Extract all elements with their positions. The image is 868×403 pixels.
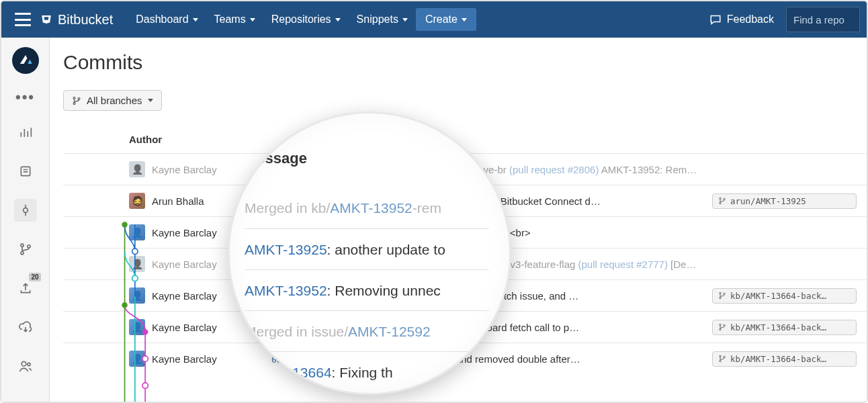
nav-repositories-label: Repositories <box>271 13 331 26</box>
branch-tag[interactable]: arun/AMKT-13925 <box>712 193 857 209</box>
nav-dashboard-label: Dashboard <box>136 13 188 26</box>
users-icon[interactable] <box>14 355 37 377</box>
author-name: Kayne Barclay <box>152 322 217 333</box>
author-name: Kayne Barclay <box>152 259 217 270</box>
author-name: Arun Bhalla <box>152 195 204 207</box>
svg-point-6 <box>27 363 30 365</box>
avatar <box>129 193 145 209</box>
nav-teams[interactable]: Teams <box>206 8 263 31</box>
chevron-down-icon <box>335 18 341 21</box>
nav-teams-label: Teams <box>214 13 246 26</box>
lens-row: Merged in issue/AMKT-12592 <box>245 310 489 351</box>
project-icon[interactable] <box>12 47 39 74</box>
avatar <box>129 224 145 240</box>
svg-point-20 <box>720 360 722 362</box>
svg-point-2 <box>20 244 23 247</box>
page-title: Commits <box>63 51 867 74</box>
svg-point-17 <box>720 328 722 330</box>
chevron-down-icon <box>193 18 198 21</box>
upload-icon[interactable]: 20 <box>14 277 37 300</box>
author-name: Kayne Barclay <box>152 164 217 175</box>
author-name: Kayne Barclay <box>152 290 217 302</box>
brand[interactable]: Bitbucket <box>40 12 113 28</box>
svg-point-1 <box>23 208 28 213</box>
svg-point-14 <box>720 297 722 299</box>
topbar: Bitbucket Dashboard Teams Repositories S… <box>1 1 867 38</box>
sidebar: ••• 20 <box>1 38 50 402</box>
svg-point-4 <box>27 245 30 248</box>
brand-label: Bitbucket <box>58 12 113 28</box>
svg-point-13 <box>720 292 722 294</box>
svg-point-9 <box>78 97 80 99</box>
branch-icon <box>72 96 81 105</box>
svg-point-15 <box>724 293 726 295</box>
feedback-button[interactable]: Feedback <box>709 13 774 26</box>
nav-repositories[interactable]: Repositories <box>263 8 349 31</box>
col-author: Author <box>129 134 271 145</box>
svg-point-21 <box>724 356 726 358</box>
feedback-label: Feedback <box>727 13 774 26</box>
lens-header: Message <box>245 150 489 167</box>
svg-point-11 <box>720 202 722 204</box>
branch-selector-label: All branches <box>87 95 142 106</box>
svg-point-16 <box>720 324 722 326</box>
lens-row: AMKT-13925: another update to <box>245 228 489 269</box>
svg-point-19 <box>720 355 722 357</box>
cloud-download-icon[interactable] <box>14 316 37 339</box>
chevron-down-icon <box>402 18 408 21</box>
author-name: Kayne Barclay <box>152 227 217 238</box>
search-input[interactable]: Find a repo <box>786 7 860 32</box>
chevron-down-icon <box>462 18 467 21</box>
commits-icon[interactable] <box>14 199 37 222</box>
lens-row: AMKT-13952: Removing unnec <box>245 269 489 310</box>
menu-icon[interactable] <box>15 13 31 26</box>
avatar <box>129 319 145 335</box>
author-name: Kayne Barclay <box>152 353 217 365</box>
lens-row: Merged in kb/AMKT-13952-rem <box>245 187 489 228</box>
nav-dashboard[interactable]: Dashboard <box>128 8 206 31</box>
branch-tag[interactable]: kb/AMKT-13664-back… <box>712 320 857 335</box>
branches-icon[interactable] <box>14 238 37 261</box>
more-icon[interactable]: ••• <box>15 90 35 105</box>
avatar <box>129 256 145 272</box>
source-icon[interactable] <box>14 160 37 183</box>
avatar <box>129 351 145 367</box>
nav-snippets-label: Snippets <box>357 13 398 26</box>
bitbucket-icon <box>40 13 52 26</box>
create-label: Create <box>425 13 458 26</box>
upload-badge: 20 <box>29 273 40 281</box>
chevron-down-icon <box>148 99 153 102</box>
nav-snippets[interactable]: Snippets <box>349 8 416 31</box>
svg-point-8 <box>73 102 75 104</box>
speech-bubble-icon <box>709 14 722 26</box>
chevron-down-icon <box>250 18 255 21</box>
svg-point-12 <box>724 198 726 200</box>
svg-point-5 <box>21 361 26 366</box>
branch-tag[interactable]: kb/AMKT-13664-back… <box>712 351 857 367</box>
stats-icon[interactable] <box>14 121 37 144</box>
branch-tag[interactable]: kb/AMKT-13664-back… <box>712 288 857 304</box>
avatar <box>129 287 145 304</box>
svg-point-10 <box>720 197 722 199</box>
svg-point-32 <box>142 383 148 389</box>
svg-point-3 <box>20 252 23 255</box>
search-placeholder: Find a repo <box>793 14 844 26</box>
branch-selector[interactable]: All branches <box>63 90 162 111</box>
svg-point-18 <box>724 324 726 326</box>
svg-point-7 <box>73 97 75 99</box>
avatar <box>129 161 145 177</box>
magnifier: Message Merged in kb/AMKT-13952-remAMKT-… <box>228 111 511 395</box>
create-button[interactable]: Create <box>416 8 476 31</box>
